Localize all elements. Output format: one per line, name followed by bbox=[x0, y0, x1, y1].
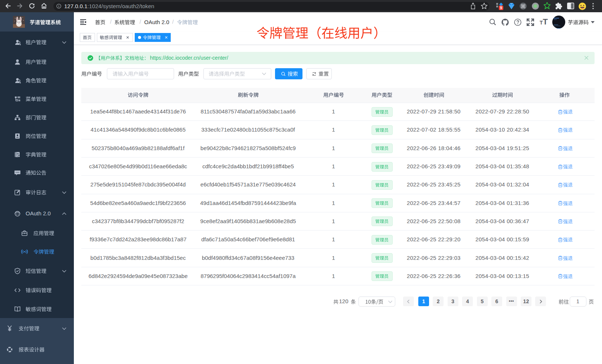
svg-text:9: 9 bbox=[500, 6, 502, 10]
